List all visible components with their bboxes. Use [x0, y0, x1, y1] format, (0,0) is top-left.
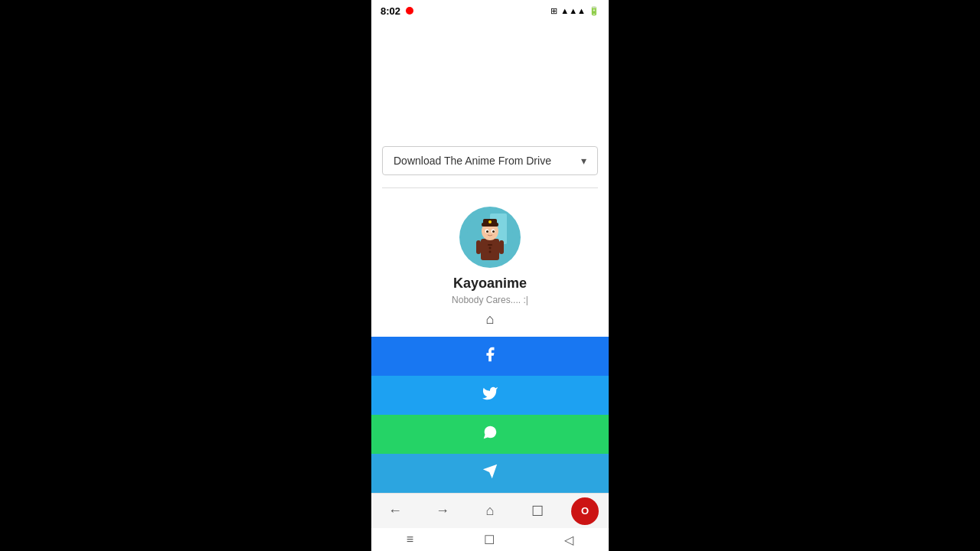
recording-dot — [406, 7, 413, 15]
share-buttons — [371, 337, 609, 493]
twitter-share-button[interactable] — [371, 376, 609, 415]
profile-home-icon[interactable]: ⌂ — [486, 311, 495, 328]
home-button[interactable]: ⌂ — [476, 497, 504, 525]
status-time: 8:02 — [381, 5, 400, 17]
svg-rect-2 — [481, 239, 499, 260]
network-icon: ▲▲▲ — [560, 6, 586, 15]
android-square-button[interactable]: ☐ — [484, 533, 495, 547]
telegram-icon — [482, 463, 498, 484]
opera-button[interactable]: O — [571, 497, 599, 525]
svg-rect-13 — [488, 244, 492, 246]
whatsapp-share-button[interactable] — [371, 415, 609, 454]
status-bar: 8:02 ⊞ ▲▲▲ 🔋 — [371, 0, 609, 21]
avatar-image — [467, 210, 513, 265]
forward-button[interactable]: → — [429, 497, 456, 525]
android-menu-button[interactable]: ≡ — [407, 533, 413, 546]
dropdown-row: Download The Anime From Drive ▾ — [371, 140, 609, 181]
facebook-icon — [482, 346, 498, 367]
status-icons: ⊞ ▲▲▲ 🔋 — [550, 6, 599, 16]
divider — [382, 187, 598, 188]
content-area: Download The Anime From Drive ▾ — [371, 21, 609, 493]
profile-tagline: Nobody Cares.... :| — [452, 295, 528, 305]
svg-rect-11 — [499, 240, 504, 254]
android-back-button[interactable]: ◁ — [564, 533, 573, 547]
download-dropdown[interactable]: Download The Anime From Drive ▾ — [382, 146, 598, 175]
svg-point-15 — [489, 251, 492, 253]
top-white-area — [371, 21, 609, 140]
svg-point-14 — [489, 247, 492, 249]
back-button[interactable]: ← — [381, 497, 409, 525]
browser-nav-bar: ← → ⌂ ☐ O — [371, 493, 609, 528]
svg-point-10 — [492, 230, 495, 233]
svg-point-9 — [486, 230, 488, 233]
battery-icon: 🔋 — [589, 6, 599, 16]
telegram-share-button[interactable] — [371, 454, 609, 493]
facebook-share-button[interactable] — [371, 337, 609, 376]
tabs-button[interactable]: ☐ — [524, 497, 551, 525]
dropdown-arrow-icon: ▾ — [581, 155, 586, 167]
android-nav-bar: ≡ ☐ ◁ — [371, 528, 609, 551]
whatsapp-icon — [482, 424, 498, 445]
signal-icon: ⊞ — [550, 6, 557, 16]
svg-point-6 — [488, 220, 492, 223]
twitter-icon — [482, 385, 498, 406]
profile-section: Kayoanime Nobody Cares.... :| ⌂ — [371, 194, 609, 337]
dropdown-label: Download The Anime From Drive — [394, 155, 551, 167]
avatar — [459, 207, 521, 268]
profile-name: Kayoanime — [453, 276, 527, 292]
svg-rect-12 — [476, 240, 481, 254]
